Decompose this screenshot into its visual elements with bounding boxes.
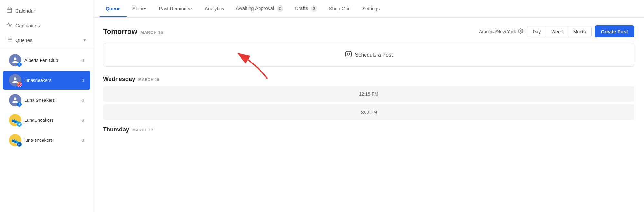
- social-badge-ig: [17, 82, 22, 87]
- day-section-thursday: Thursday MARCH 17: [103, 126, 634, 133]
- day-name-thursday: Thursday: [103, 126, 129, 133]
- sidebar-calendar-label: Calendar: [15, 8, 35, 14]
- time-slot-500[interactable]: 5:00 PM: [103, 104, 634, 120]
- avatar-alberts: f: [9, 54, 21, 66]
- sidebar-item-campaigns[interactable]: Campaigns: [0, 18, 93, 33]
- social-badge-li: in: [17, 142, 22, 147]
- account-name-alberts: Alberts Fan Club: [24, 58, 58, 63]
- sidebar: Calendar Campaigns Queues ▼: [0, 0, 93, 212]
- drafts-badge: 3: [311, 5, 317, 12]
- create-post-button[interactable]: Create Post: [595, 25, 634, 37]
- date-header-row: Tomorrow MARCH 15 America/New York Day W…: [103, 25, 634, 37]
- view-btn-group: Day Week Month: [527, 26, 591, 37]
- account-count-luna-sneakers: 0: [82, 98, 84, 103]
- sidebar-item-calendar[interactable]: Calendar: [0, 3, 93, 18]
- account-name-luna-sneakers: Luna Sneakers: [24, 98, 55, 103]
- day-date-thursday: MARCH 17: [132, 128, 153, 132]
- tab-stories[interactable]: Stories: [127, 1, 153, 17]
- calendar-icon: [6, 7, 12, 14]
- tab-queue[interactable]: Queue: [100, 1, 127, 17]
- main-area: Queue Stories Past Reminders Analytics A…: [93, 0, 644, 212]
- schedule-card-label: Schedule a Post: [355, 52, 393, 58]
- tab-drafts[interactable]: Drafts 3: [289, 0, 323, 18]
- svg-rect-10: [18, 83, 21, 86]
- timezone-settings-button[interactable]: [517, 28, 524, 35]
- schedule-post-card[interactable]: Schedule a Post: [103, 43, 634, 67]
- avatar-luna-sneakers: f: [9, 94, 21, 106]
- social-badge-fb: f: [17, 62, 22, 67]
- view-week-button[interactable]: Week: [546, 26, 568, 37]
- account-count-alberts: 0: [82, 58, 84, 63]
- avatar-lunasneakers: [9, 74, 21, 86]
- account-count-luna-sneakers-li: 0: [82, 138, 84, 143]
- tab-awaiting-approval[interactable]: Awaiting Approval 0: [230, 0, 289, 18]
- date-title: Tomorrow MARCH 15: [103, 27, 163, 36]
- view-month-button[interactable]: Month: [568, 26, 591, 37]
- time-slot-1218[interactable]: 12:18 PM: [103, 86, 634, 102]
- tab-analytics[interactable]: Analytics: [199, 1, 230, 17]
- day-label-thursday: Thursday MARCH 17: [103, 126, 634, 133]
- day-date-wednesday: MARCH 16: [138, 77, 159, 82]
- account-item-lunasneakers-tw[interactable]: 👟 LunaSneakers 0: [3, 111, 90, 130]
- svg-point-11: [19, 84, 20, 85]
- avatar-luna-sneakers-li: 👟 in: [9, 134, 21, 146]
- tab-past-reminders[interactable]: Past Reminders: [153, 1, 199, 17]
- day-name-wednesday: Wednesday: [103, 76, 135, 82]
- date-main: Tomorrow: [103, 27, 137, 36]
- instagram-icon: [345, 51, 352, 59]
- tab-settings[interactable]: Settings: [356, 1, 385, 17]
- account-name-luna-sneakers-li: luna-sneakers: [24, 138, 53, 143]
- awaiting-approval-badge: 0: [277, 5, 283, 12]
- date-controls: America/New York Day Week Month Create P…: [479, 25, 634, 37]
- account-item-lunasneakers[interactable]: lunasneakers 0: [3, 71, 90, 90]
- tab-shop-grid[interactable]: Shop Grid: [323, 1, 356, 17]
- view-day-button[interactable]: Day: [527, 26, 546, 37]
- account-item-luna-sneakers-li[interactable]: 👟 in luna-sneakers 0: [3, 131, 90, 149]
- social-badge-tw: [17, 122, 22, 127]
- day-label-wednesday: Wednesday MARCH 16: [103, 76, 634, 82]
- content-area: Tomorrow MARCH 15 America/New York Day W…: [93, 18, 644, 212]
- sidebar-item-queues[interactable]: Queues ▼: [0, 33, 93, 47]
- sidebar-campaigns-label: Campaigns: [15, 23, 40, 28]
- queues-dropdown-icon: ▼: [83, 38, 87, 43]
- sidebar-divider: [0, 49, 93, 49]
- avatar-lunasneakers-tw: 👟: [9, 114, 21, 126]
- svg-point-13: [520, 30, 521, 32]
- account-name-lunasneakers: lunasneakers: [24, 78, 51, 83]
- schedule-section: Schedule a Post: [103, 43, 634, 67]
- queues-icon: [6, 37, 12, 43]
- timezone-label: America/New York: [479, 28, 524, 35]
- day-section-wednesday: Wednesday MARCH 16 12:18 PM 5:00 PM: [103, 76, 634, 120]
- svg-rect-14: [346, 51, 351, 57]
- account-count-lunasneakers-tw: 0: [82, 118, 84, 123]
- account-name-lunasneakers-tw: LunaSneakers: [24, 118, 53, 123]
- sidebar-queues-label: Queues: [15, 37, 33, 43]
- date-sub: MARCH 15: [140, 30, 163, 35]
- account-item-alberts[interactable]: f Alberts Fan Club 0: [3, 51, 90, 70]
- svg-point-12: [20, 84, 20, 84]
- tab-bar: Queue Stories Past Reminders Analytics A…: [93, 0, 644, 18]
- account-item-luna-sneakers[interactable]: f Luna Sneakers 0: [3, 91, 90, 110]
- svg-rect-0: [7, 8, 12, 13]
- social-badge-fb2: f: [17, 102, 22, 107]
- account-count-lunasneakers: 0: [82, 78, 84, 83]
- campaigns-icon: [6, 22, 12, 29]
